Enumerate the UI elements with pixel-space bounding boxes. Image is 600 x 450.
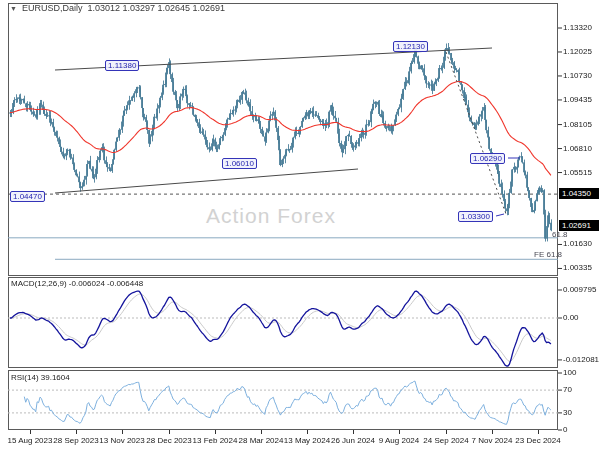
macd-axis-tick: 0.00: [563, 313, 579, 322]
date-axis-tick: 28 Dec 2023: [146, 436, 191, 445]
trading-chart-window: Action Forex ▼ EURUSD,Daily 1.03012 1.03…: [0, 0, 600, 450]
date-axis-tick: 15 Aug 2023: [8, 436, 53, 445]
date-axis-tick: 24 Sep 2024: [423, 436, 468, 445]
price-axis-tick: 1.08105: [563, 120, 592, 129]
price-label-tag[interactable]: 1.06290: [470, 153, 505, 164]
price-label-tag[interactable]: 1.06010: [222, 158, 257, 169]
price-axis-tick: 1.12025: [563, 47, 592, 56]
price-label-tag[interactable]: 1.03300: [458, 211, 493, 222]
date-axis-tick: 28 Mar 2024: [239, 436, 284, 445]
price-axis-tag-last-price: 1.02691: [559, 220, 599, 231]
macd-axis-tick: -0.012081: [563, 355, 599, 364]
date-axis-tick: 23 Dec 2024: [515, 436, 560, 445]
price-axis-tick: 1.13320: [563, 23, 592, 32]
symbol-period-label: EURUSD,Daily: [22, 3, 83, 13]
date-axis-tick: 13 May 2024: [284, 436, 330, 445]
fib-level-label: 61.8: [552, 230, 568, 239]
price-axis-tick: 1.10730: [563, 71, 592, 80]
rsi-axis-tick: 70: [563, 385, 572, 394]
price-axis-tag-level: 1.04350: [559, 188, 599, 199]
date-axis-tick: 9 Aug 2024: [379, 436, 419, 445]
macd-axis-tick: 0.009795: [563, 285, 596, 294]
price-axis-tick: 1.05515: [563, 168, 592, 177]
price-axis-tick: 1.00335: [563, 263, 592, 272]
rsi-axis-tick: 100: [563, 368, 576, 377]
date-axis-tick: 28 Sep 2023: [53, 436, 98, 445]
fib-extension-label: FE 61.8: [534, 250, 562, 259]
price-label-tag[interactable]: 1.04470: [10, 191, 45, 202]
collapse-indicator-icon[interactable]: ▼: [10, 5, 17, 12]
ohlc-values: 1.03012 1.03297 1.02645 1.02691: [87, 3, 225, 13]
price-axis-tick: 1.09435: [563, 95, 592, 104]
price-label-tag[interactable]: 1.12130: [393, 41, 428, 52]
price-axis-tick: 1.01630: [563, 239, 592, 248]
price-axis-tick: 1.06810: [563, 144, 592, 153]
macd-indicator-label: MACD(12,26,9) -0.006024 -0.006448: [11, 279, 143, 288]
rsi-indicator-label: RSI(14) 39.1604: [11, 373, 70, 382]
rsi-axis-tick: 0: [563, 425, 567, 434]
date-axis-tick: 7 Nov 2024: [472, 436, 513, 445]
chart-canvas[interactable]: [0, 0, 600, 450]
chart-header: ▼ EURUSD,Daily 1.03012 1.03297 1.02645 1…: [10, 3, 225, 13]
date-axis-tick: 13 Feb 2024: [193, 436, 238, 445]
date-axis-tick: 26 Jun 2024: [331, 436, 375, 445]
rsi-axis-tick: 30: [563, 408, 572, 417]
date-axis-tick: 13 Nov 2023: [99, 436, 144, 445]
price-label-tag[interactable]: 1.11380: [105, 60, 139, 71]
